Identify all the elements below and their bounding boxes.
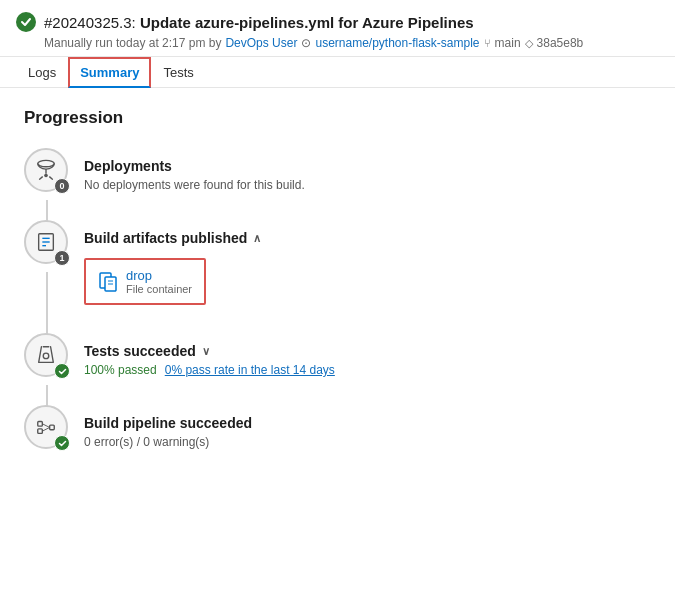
svg-point-10 <box>43 353 49 359</box>
progression-item-artifacts: 1 Build artifacts published ∧ drop <box>24 220 651 305</box>
deployments-icon-wrap: 0 <box>24 148 68 192</box>
meta-user[interactable]: DevOps User <box>225 36 297 50</box>
pipeline-badge <box>54 435 70 451</box>
tests-link[interactable]: 0% pass rate in the last 14 days <box>165 363 335 377</box>
pipeline-title: Build pipeline succeeded <box>84 415 651 431</box>
tests-badge <box>54 363 70 379</box>
tab-logs[interactable]: Logs <box>16 57 68 88</box>
tab-bar: Logs Summary Tests <box>0 57 675 88</box>
artifacts-icon-wrap: 1 <box>24 220 68 264</box>
artifact-type: File container <box>126 283 192 295</box>
artifact-file-icon <box>98 272 118 292</box>
main-content: Progression 0 Deployments No deployments… <box>0 88 675 497</box>
artifact-info: drop File container <box>126 268 192 295</box>
tests-title: Tests succeeded ∨ <box>84 343 651 359</box>
tests-icon-wrap <box>24 333 68 377</box>
svg-line-14 <box>42 424 49 428</box>
header-meta: Manually run today at 2:17 pm by DevOps … <box>44 36 659 50</box>
svg-line-15 <box>42 427 49 431</box>
svg-rect-13 <box>50 425 55 430</box>
tests-expand-icon[interactable]: ∨ <box>202 345 210 358</box>
meta-repo[interactable]: username/python-flask-sample <box>315 36 479 50</box>
tab-summary[interactable]: Summary <box>68 57 151 88</box>
tests-passed: 100% passed <box>84 363 157 377</box>
deployments-content: Deployments No deployments were found fo… <box>84 148 651 192</box>
meta-trigger: Manually run today at 2:17 pm by <box>44 36 221 50</box>
svg-rect-11 <box>38 422 43 427</box>
artifacts-title-text: Build artifacts published <box>84 230 247 246</box>
artifacts-expand-icon[interactable]: ∧ <box>253 232 261 245</box>
page-header: #20240325.3: Update azure-pipelines.yml … <box>0 0 675 57</box>
meta-commit: 38a5e8b <box>537 36 584 50</box>
progression-item-deployments: 0 Deployments No deployments were found … <box>24 148 651 192</box>
progression-item-tests: Tests succeeded ∨ 100% passed 0% pass ra… <box>24 333 651 377</box>
meta-branch: main <box>495 36 521 50</box>
deployments-title: Deployments <box>84 158 651 174</box>
tests-content: Tests succeeded ∨ 100% passed 0% pass ra… <box>84 333 651 377</box>
tests-title-text: Tests succeeded <box>84 343 196 359</box>
success-icon <box>16 12 36 32</box>
svg-rect-12 <box>38 429 43 434</box>
artifacts-badge: 1 <box>54 250 70 266</box>
tab-tests[interactable]: Tests <box>151 57 205 88</box>
run-title: Update azure-pipelines.yml for Azure Pip… <box>140 14 474 31</box>
artifact-name: drop <box>126 268 192 283</box>
commit-icon: ◇ <box>525 37 533 50</box>
pipeline-desc: 0 error(s) / 0 warning(s) <box>84 435 651 449</box>
deployments-badge: 0 <box>54 178 70 194</box>
page-title: #20240325.3: Update azure-pipelines.yml … <box>44 14 474 31</box>
svg-point-0 <box>38 160 55 166</box>
section-title: Progression <box>24 108 651 128</box>
pipeline-content: Build pipeline succeeded 0 error(s) / 0 … <box>84 405 651 449</box>
tests-row: 100% passed 0% pass rate in the last 14 … <box>84 363 651 377</box>
artifact-card[interactable]: drop File container <box>84 258 206 305</box>
pipeline-icon-wrap <box>24 405 68 449</box>
artifacts-title: Build artifacts published ∧ <box>84 230 651 246</box>
svg-point-1 <box>44 174 48 178</box>
progression-item-pipeline: Build pipeline succeeded 0 error(s) / 0 … <box>24 405 651 449</box>
branch-icon: ⑂ <box>484 37 491 49</box>
artifacts-content: Build artifacts published ∧ drop File co… <box>84 220 651 305</box>
deployments-desc: No deployments were found for this build… <box>84 178 651 192</box>
run-id: #20240325.3: <box>44 14 136 31</box>
github-icon: ⊙ <box>301 36 311 50</box>
